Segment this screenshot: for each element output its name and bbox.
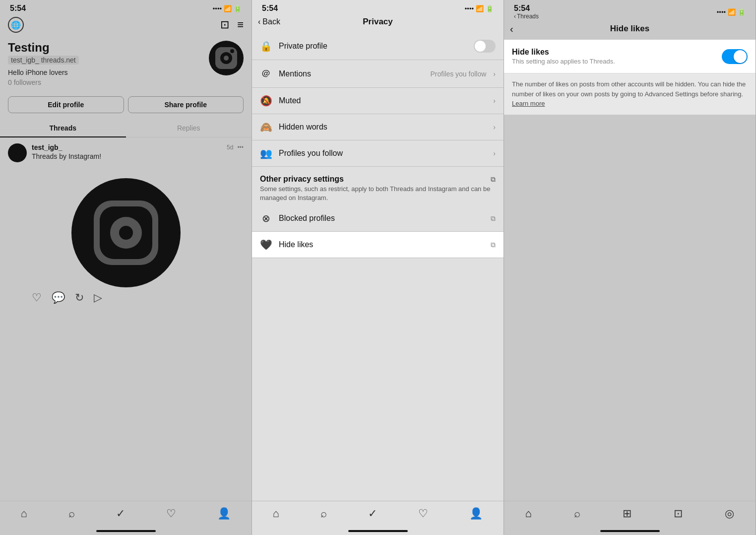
profiles-follow-chevron-icon: › [493,149,496,157]
hide-likes-external-icon: ⧉ [491,241,496,249]
other-privacy-desc: Some settings, such as restrict, apply t… [260,185,496,202]
threads-back-link[interactable]: ‹ Threads [514,13,539,20]
mentions-sub: Profiles you follow [431,70,487,78]
thread-avatar [8,143,27,162]
edit-profile-button[interactable]: Edit profile [8,96,124,113]
thread-username: test_igb_ [32,143,62,151]
back-button[interactable]: ‹ Back [258,17,280,26]
menu-icon[interactable]: ≡ [237,18,244,31]
thread-text: Threads by Instagram! [32,152,244,160]
header-icons: ⊡ ≡ [220,18,244,31]
nav-heart-icon[interactable]: ♡ [166,507,176,520]
panel-privacy: 5:54 •••• 📶 🔋 ‹ Back Privacy 🔒 Private p… [252,0,504,535]
hide-likes-description: The number of likes on posts from other … [504,73,756,115]
private-profile-label: Private profile [279,42,467,51]
toggle-on-knob [734,50,747,63]
status-bar-2: 5:54 •••• 📶 🔋 [252,0,504,15]
profile-tabs: Threads Replies [0,119,252,137]
share-profile-button[interactable]: Share profile [128,96,244,113]
nav2-profile-icon[interactable]: 👤 [469,507,483,520]
thread-header: test_igb_ 5d ••• [32,143,244,151]
nav3-reels-icon[interactable]: ⊡ [674,507,683,520]
home-indicator-1 [96,530,156,532]
privacy-item-profiles-follow[interactable]: 👥 Profiles you follow › [252,140,504,167]
svg-point-9 [119,226,133,240]
nav-home-icon[interactable]: ⌂ [21,507,27,520]
svg-point-10 [138,210,147,219]
nav2-compose-icon[interactable]: ✓ [368,507,377,520]
thread-time: 5d [227,144,233,151]
instagram-big-logo [0,178,252,287]
muted-label: Muted [279,96,486,105]
avatar [209,41,244,75]
nav-profile-icon[interactable]: 👤 [217,507,231,520]
nav3-search-icon[interactable]: ⌕ [574,507,580,520]
nav2-home-icon[interactable]: ⌂ [273,507,279,520]
battery-icon-2: 🔋 [486,5,494,12]
status-time-2: 5:54 [262,4,278,13]
mentions-label: Mentions [279,69,424,78]
hide-likes-desc-text: The number of likes on posts from other … [512,80,746,98]
lock-icon: 🔒 [260,40,272,52]
profile-header: 🌐 ⊡ ≡ [0,15,252,37]
privacy-header: ‹ Back Privacy [252,15,504,33]
nav3-home-icon[interactable]: ⌂ [525,507,532,520]
privacy-item-blocked[interactable]: ⊗ Blocked profiles ⧉ [252,205,504,232]
signal-icon-3: •••• [717,8,726,16]
private-profile-toggle[interactable] [474,40,496,53]
learn-more-link[interactable]: Learn more [512,100,545,107]
share-icon[interactable]: ▷ [94,291,102,304]
repost-icon[interactable]: ↻ [75,291,84,304]
home-indicator-3 [600,530,660,532]
mentions-icon: ＠ [260,67,272,80]
status-icons-2: •••• 📶 🔋 [465,5,494,12]
thread-content: test_igb_ 5d ••• Threads by Instagram! [32,143,244,160]
profile-followers: 0 followers [8,78,79,86]
blocked-icon: ⊗ [260,212,272,224]
hide-likes-card-sub: This setting also applies to Threads. [512,58,615,65]
more-icon[interactable]: ••• [237,144,244,151]
muted-icon: 🔕 [260,95,272,107]
profile-bio: Hello iPhone lovers [8,68,79,76]
nav-compose-icon[interactable]: ✓ [116,507,125,520]
battery-icon: 🔋 [234,5,242,12]
privacy-title: Privacy [363,17,393,27]
instagram-icon[interactable]: ⊡ [220,18,229,31]
like-icon[interactable]: ♡ [32,291,42,304]
status-bar-3: 5:54 ‹ Threads •••• 📶 🔋 [504,0,756,22]
bottom-nav-3: ⌂ ⌕ ⊞ ⊡ ◎ [504,501,756,530]
privacy-item-private-profile[interactable]: 🔒 Private profile [252,33,504,60]
hide-likes-card: Hide likes This setting also applies to … [504,40,756,73]
hide-likes-toggle[interactable] [722,49,748,64]
home-indicator-2 [348,530,408,532]
privacy-item-muted[interactable]: 🔕 Muted › [252,88,504,114]
svg-point-3 [224,56,229,61]
privacy-item-hide-likes[interactable]: 🖤 Hide likes ⧉ [252,232,504,258]
hidden-words-icon: 🙈 [260,121,272,133]
nav2-search-icon[interactable]: ⌕ [320,507,327,520]
back-label: Back [262,17,280,26]
battery-icon-3: 🔋 [738,8,746,16]
nav-search-icon[interactable]: ⌕ [68,507,75,520]
bottom-nav-2: ⌂ ⌕ ✓ ♡ 👤 [252,501,504,530]
nav2-heart-icon[interactable]: ♡ [418,507,428,520]
profile-handle: test_igb_ threads.net [8,56,79,65]
panel-profile: 5:54 •••• 📶 🔋 🌐 ⊡ ≡ Testing test_igb_ th… [0,0,252,535]
blocked-label: Blocked profiles [279,214,484,223]
tab-replies[interactable]: Replies [126,119,252,137]
nav3-compose-icon[interactable]: ⊞ [623,507,631,520]
status-icons-3: •••• 📶 🔋 [717,8,746,16]
nav3-profile-icon[interactable]: ◎ [725,507,734,520]
threads-back-chevron-icon: ‹ [514,13,516,20]
tab-threads[interactable]: Threads [0,119,126,137]
privacy-item-mentions[interactable]: ＠ Mentions Profiles you follow › [252,60,504,88]
status-time-3: 5:54 [514,4,539,13]
globe-icon[interactable]: 🌐 [8,17,24,33]
comment-icon[interactable]: 💬 [52,291,65,304]
back-arrow-button[interactable]: ‹ [510,23,513,35]
back-chevron-icon: ‹ [258,17,260,26]
privacy-item-hidden-words[interactable]: 🙈 Hidden words › [252,114,504,140]
profile-buttons: Edit profile Share profile [0,92,252,117]
other-privacy-section: Other privacy settings ⧉ Some settings, … [252,167,504,205]
wifi-icon: 📶 [224,5,232,12]
